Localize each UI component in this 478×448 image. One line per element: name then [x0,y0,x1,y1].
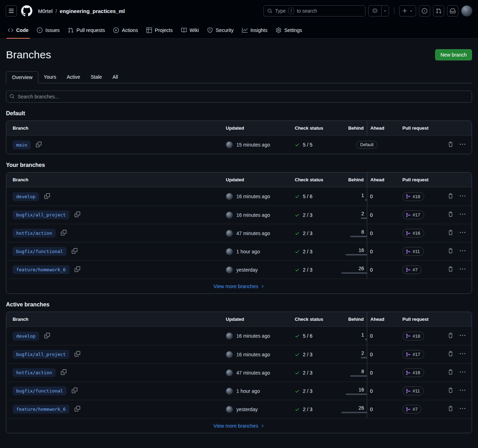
view-more-branches-link[interactable]: View more branches [213,284,265,289]
copy-branch-name-button[interactable] [61,369,66,376]
branch-name-link[interactable]: bugfix/all_project [13,350,69,359]
inbox-button[interactable] [447,5,458,17]
copy-branch-name-button[interactable] [72,388,77,394]
more-options-button[interactable] [460,406,465,413]
check-status[interactable]: 5 / 6 [295,333,337,339]
copilot-menu-button[interactable] [381,5,389,17]
committer-avatar[interactable] [226,332,233,339]
branch-name-link[interactable]: bugfix/functional [13,387,66,395]
more-options-button[interactable] [460,212,465,218]
pull-request-link[interactable]: #17 [402,210,424,219]
more-options-button[interactable] [460,369,465,376]
filter-tab-stale[interactable]: Stale [85,71,107,83]
check-status[interactable]: 2 / 3 [295,388,337,394]
more-options-button[interactable] [460,142,465,148]
updated-time[interactable]: 47 minutes ago [236,231,270,236]
repo-tab-insights[interactable]: Insights [238,22,271,38]
repo-tab-projects[interactable]: Projects [143,22,176,38]
committer-avatar[interactable] [226,212,233,219]
committer-avatar[interactable] [226,351,233,358]
filter-tab-active[interactable]: Active [62,71,85,83]
user-avatar[interactable] [461,5,472,17]
committer-avatar[interactable] [226,369,233,376]
more-options-button[interactable] [460,266,465,273]
branch-name-link[interactable]: develop [13,332,39,340]
committer-avatar[interactable] [226,193,233,200]
view-more-branches-link[interactable]: View more branches [213,423,265,429]
filter-tab-yours[interactable]: Yours [38,71,61,83]
committer-avatar[interactable] [226,388,233,395]
check-status[interactable]: 5 / 5 [295,142,337,148]
updated-time[interactable]: 15 minutes ago [236,142,270,148]
repo-tab-wiki[interactable]: Wiki [178,22,202,38]
copy-branch-name-button[interactable] [75,351,80,358]
branch-name-link[interactable]: bugfix/functional [13,247,66,256]
check-status[interactable]: 2 / 3 [295,212,337,218]
copy-branch-name-button[interactable] [44,333,50,339]
check-status[interactable]: 2 / 3 [295,231,337,236]
delete-branch-button[interactable] [448,266,453,273]
check-status[interactable]: 2 / 3 [295,267,337,273]
committer-avatar[interactable] [226,141,233,148]
delete-branch-button[interactable] [448,333,453,339]
updated-time[interactable]: yesterday [236,407,258,412]
more-options-button[interactable] [460,193,465,200]
delete-branch-button[interactable] [448,212,453,218]
new-branch-button[interactable]: New branch [435,49,472,60]
check-status[interactable]: 2 / 3 [295,370,337,376]
updated-time[interactable]: 16 minutes ago [236,194,270,199]
committer-avatar[interactable] [226,248,233,255]
pull-request-link[interactable]: #18 [402,332,424,340]
branch-name-link[interactable]: main [13,141,31,149]
global-menu-button[interactable] [6,5,17,17]
issues-button[interactable] [419,5,430,17]
pull-request-link[interactable]: #7 [402,405,421,414]
copy-branch-name-button[interactable] [75,266,80,273]
breadcrumb-repo-link[interactable]: engineering_practices_ml [60,8,125,14]
updated-time[interactable]: 47 minutes ago [236,370,270,376]
committer-avatar[interactable] [226,266,233,273]
pull-request-link[interactable]: #16 [402,368,424,377]
delete-branch-button[interactable] [448,248,453,255]
more-options-button[interactable] [460,351,465,358]
search-branches-input[interactable] [6,91,472,103]
repo-tab-settings[interactable]: Settings [272,22,306,38]
delete-branch-button[interactable] [448,142,453,148]
global-search-input[interactable]: Type / to search [263,5,365,17]
updated-time[interactable]: 1 hour ago [236,249,260,254]
repo-tab-actions[interactable]: Actions [110,22,141,38]
branch-name-link[interactable]: hotfix/action [13,229,56,238]
filter-tab-overview[interactable]: Overview [6,71,38,83]
copy-branch-name-button[interactable] [75,212,80,218]
updated-time[interactable]: 16 minutes ago [236,333,270,339]
copy-branch-name-button[interactable] [36,142,42,148]
breadcrumb-owner-link[interactable]: M0rtel [38,8,53,14]
branch-name-link[interactable]: feature/homework_6 [13,265,69,274]
more-options-button[interactable] [460,230,465,236]
copy-branch-name-button[interactable] [44,193,50,200]
pull-request-link[interactable]: #11 [402,247,424,256]
branch-name-link[interactable]: develop [13,192,39,201]
pull-request-link[interactable]: #18 [402,192,424,201]
delete-branch-button[interactable] [448,351,453,358]
delete-branch-button[interactable] [448,406,453,413]
branch-name-link[interactable]: hotfix/action [13,368,56,377]
pull-requests-button[interactable] [433,5,444,17]
check-status[interactable]: 2 / 3 [295,407,337,412]
github-logo-icon[interactable] [21,5,32,17]
repo-tab-security[interactable]: Security [204,22,237,38]
updated-time[interactable]: yesterday [236,267,258,273]
repo-tab-issues[interactable]: Issues [33,22,63,38]
more-options-button[interactable] [460,333,465,339]
delete-branch-button[interactable] [448,193,453,200]
more-options-button[interactable] [460,248,465,255]
copy-branch-name-button[interactable] [75,406,80,413]
committer-avatar[interactable] [226,230,233,237]
pull-request-link[interactable]: #11 [402,387,424,395]
updated-time[interactable]: 16 minutes ago [236,352,270,357]
repo-tab-pull-requests[interactable]: Pull requests [64,22,108,38]
pull-request-link[interactable]: #16 [402,229,424,238]
delete-branch-button[interactable] [448,388,453,394]
updated-time[interactable]: 1 hour ago [236,388,260,394]
branch-name-link[interactable]: bugfix/all_project [13,210,69,219]
